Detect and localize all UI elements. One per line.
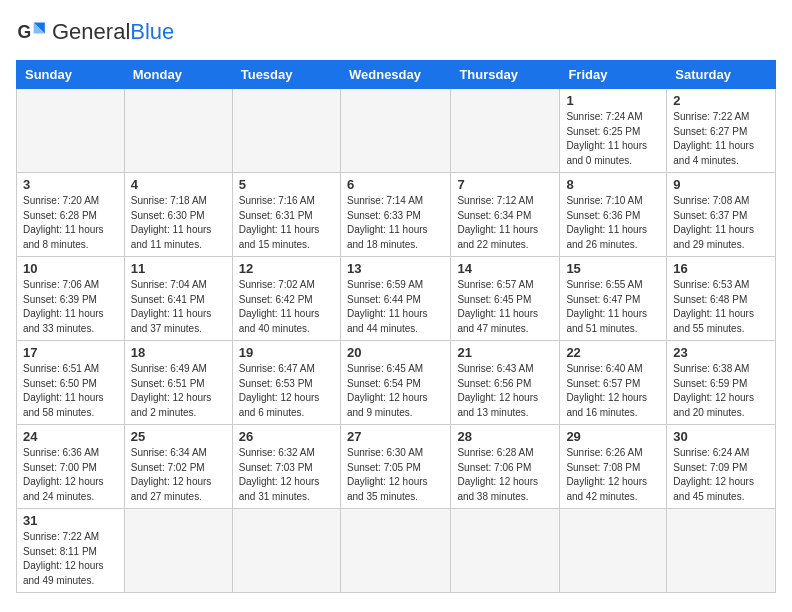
day-info: Sunrise: 6:40 AM Sunset: 6:57 PM Dayligh… xyxy=(566,362,660,420)
day-number: 13 xyxy=(347,261,444,276)
day-cell: 2Sunrise: 7:22 AM Sunset: 6:27 PM Daylig… xyxy=(667,89,776,173)
day-info: Sunrise: 6:59 AM Sunset: 6:44 PM Dayligh… xyxy=(347,278,444,336)
day-info: Sunrise: 7:22 AM Sunset: 8:11 PM Dayligh… xyxy=(23,530,118,588)
day-number: 18 xyxy=(131,345,226,360)
day-number: 26 xyxy=(239,429,334,444)
day-cell: 11Sunrise: 7:04 AM Sunset: 6:41 PM Dayli… xyxy=(124,257,232,341)
day-number: 27 xyxy=(347,429,444,444)
day-cell: 29Sunrise: 6:26 AM Sunset: 7:08 PM Dayli… xyxy=(560,425,667,509)
day-cell: 18Sunrise: 6:49 AM Sunset: 6:51 PM Dayli… xyxy=(124,341,232,425)
day-cell: 6Sunrise: 7:14 AM Sunset: 6:33 PM Daylig… xyxy=(340,173,450,257)
logo: G GeneralBlue xyxy=(16,16,174,48)
day-info: Sunrise: 6:38 AM Sunset: 6:59 PM Dayligh… xyxy=(673,362,769,420)
day-number: 15 xyxy=(566,261,660,276)
day-number: 19 xyxy=(239,345,334,360)
day-number: 12 xyxy=(239,261,334,276)
col-header-tuesday: Tuesday xyxy=(232,61,340,89)
day-cell: 17Sunrise: 6:51 AM Sunset: 6:50 PM Dayli… xyxy=(17,341,125,425)
day-cell xyxy=(667,509,776,593)
day-info: Sunrise: 7:10 AM Sunset: 6:36 PM Dayligh… xyxy=(566,194,660,252)
col-header-wednesday: Wednesday xyxy=(340,61,450,89)
header: G GeneralBlue xyxy=(16,16,776,48)
day-info: Sunrise: 6:45 AM Sunset: 6:54 PM Dayligh… xyxy=(347,362,444,420)
day-number: 21 xyxy=(457,345,553,360)
day-number: 31 xyxy=(23,513,118,528)
day-cell xyxy=(232,89,340,173)
day-cell: 19Sunrise: 6:47 AM Sunset: 6:53 PM Dayli… xyxy=(232,341,340,425)
day-number: 6 xyxy=(347,177,444,192)
day-info: Sunrise: 6:26 AM Sunset: 7:08 PM Dayligh… xyxy=(566,446,660,504)
day-cell: 10Sunrise: 7:06 AM Sunset: 6:39 PM Dayli… xyxy=(17,257,125,341)
day-number: 8 xyxy=(566,177,660,192)
day-info: Sunrise: 7:04 AM Sunset: 6:41 PM Dayligh… xyxy=(131,278,226,336)
week-row-2: 3Sunrise: 7:20 AM Sunset: 6:28 PM Daylig… xyxy=(17,173,776,257)
svg-text:G: G xyxy=(18,22,32,42)
logo-text: GeneralBlue xyxy=(52,21,174,43)
day-number: 14 xyxy=(457,261,553,276)
day-number: 28 xyxy=(457,429,553,444)
day-info: Sunrise: 6:47 AM Sunset: 6:53 PM Dayligh… xyxy=(239,362,334,420)
day-number: 25 xyxy=(131,429,226,444)
day-cell: 14Sunrise: 6:57 AM Sunset: 6:45 PM Dayli… xyxy=(451,257,560,341)
day-info: Sunrise: 6:53 AM Sunset: 6:48 PM Dayligh… xyxy=(673,278,769,336)
day-info: Sunrise: 7:12 AM Sunset: 6:34 PM Dayligh… xyxy=(457,194,553,252)
day-cell xyxy=(451,89,560,173)
week-row-6: 31Sunrise: 7:22 AM Sunset: 8:11 PM Dayli… xyxy=(17,509,776,593)
day-info: Sunrise: 6:51 AM Sunset: 6:50 PM Dayligh… xyxy=(23,362,118,420)
calendar: SundayMondayTuesdayWednesdayThursdayFrid… xyxy=(16,60,776,593)
day-number: 17 xyxy=(23,345,118,360)
col-header-monday: Monday xyxy=(124,61,232,89)
day-cell: 24Sunrise: 6:36 AM Sunset: 7:00 PM Dayli… xyxy=(17,425,125,509)
week-row-1: 1Sunrise: 7:24 AM Sunset: 6:25 PM Daylig… xyxy=(17,89,776,173)
day-info: Sunrise: 6:24 AM Sunset: 7:09 PM Dayligh… xyxy=(673,446,769,504)
day-number: 20 xyxy=(347,345,444,360)
day-cell: 20Sunrise: 6:45 AM Sunset: 6:54 PM Dayli… xyxy=(340,341,450,425)
col-header-sunday: Sunday xyxy=(17,61,125,89)
day-cell xyxy=(340,89,450,173)
calendar-header-row: SundayMondayTuesdayWednesdayThursdayFrid… xyxy=(17,61,776,89)
day-info: Sunrise: 7:02 AM Sunset: 6:42 PM Dayligh… xyxy=(239,278,334,336)
day-cell: 4Sunrise: 7:18 AM Sunset: 6:30 PM Daylig… xyxy=(124,173,232,257)
day-cell: 13Sunrise: 6:59 AM Sunset: 6:44 PM Dayli… xyxy=(340,257,450,341)
week-row-3: 10Sunrise: 7:06 AM Sunset: 6:39 PM Dayli… xyxy=(17,257,776,341)
day-cell: 26Sunrise: 6:32 AM Sunset: 7:03 PM Dayli… xyxy=(232,425,340,509)
day-cell: 30Sunrise: 6:24 AM Sunset: 7:09 PM Dayli… xyxy=(667,425,776,509)
day-number: 29 xyxy=(566,429,660,444)
day-info: Sunrise: 6:43 AM Sunset: 6:56 PM Dayligh… xyxy=(457,362,553,420)
day-info: Sunrise: 7:22 AM Sunset: 6:27 PM Dayligh… xyxy=(673,110,769,168)
day-info: Sunrise: 7:06 AM Sunset: 6:39 PM Dayligh… xyxy=(23,278,118,336)
day-cell: 31Sunrise: 7:22 AM Sunset: 8:11 PM Dayli… xyxy=(17,509,125,593)
day-cell: 5Sunrise: 7:16 AM Sunset: 6:31 PM Daylig… xyxy=(232,173,340,257)
col-header-friday: Friday xyxy=(560,61,667,89)
day-info: Sunrise: 6:49 AM Sunset: 6:51 PM Dayligh… xyxy=(131,362,226,420)
day-info: Sunrise: 6:32 AM Sunset: 7:03 PM Dayligh… xyxy=(239,446,334,504)
day-cell: 27Sunrise: 6:30 AM Sunset: 7:05 PM Dayli… xyxy=(340,425,450,509)
week-row-4: 17Sunrise: 6:51 AM Sunset: 6:50 PM Dayli… xyxy=(17,341,776,425)
day-cell: 7Sunrise: 7:12 AM Sunset: 6:34 PM Daylig… xyxy=(451,173,560,257)
day-number: 9 xyxy=(673,177,769,192)
day-number: 4 xyxy=(131,177,226,192)
day-cell xyxy=(17,89,125,173)
day-number: 23 xyxy=(673,345,769,360)
day-info: Sunrise: 6:30 AM Sunset: 7:05 PM Dayligh… xyxy=(347,446,444,504)
day-cell: 15Sunrise: 6:55 AM Sunset: 6:47 PM Dayli… xyxy=(560,257,667,341)
day-info: Sunrise: 7:24 AM Sunset: 6:25 PM Dayligh… xyxy=(566,110,660,168)
col-header-thursday: Thursday xyxy=(451,61,560,89)
day-number: 24 xyxy=(23,429,118,444)
day-cell: 21Sunrise: 6:43 AM Sunset: 6:56 PM Dayli… xyxy=(451,341,560,425)
day-cell xyxy=(124,509,232,593)
day-info: Sunrise: 7:14 AM Sunset: 6:33 PM Dayligh… xyxy=(347,194,444,252)
col-header-saturday: Saturday xyxy=(667,61,776,89)
day-cell: 23Sunrise: 6:38 AM Sunset: 6:59 PM Dayli… xyxy=(667,341,776,425)
day-info: Sunrise: 6:55 AM Sunset: 6:47 PM Dayligh… xyxy=(566,278,660,336)
day-cell: 16Sunrise: 6:53 AM Sunset: 6:48 PM Dayli… xyxy=(667,257,776,341)
day-cell xyxy=(124,89,232,173)
day-info: Sunrise: 7:16 AM Sunset: 6:31 PM Dayligh… xyxy=(239,194,334,252)
day-cell: 3Sunrise: 7:20 AM Sunset: 6:28 PM Daylig… xyxy=(17,173,125,257)
day-info: Sunrise: 6:57 AM Sunset: 6:45 PM Dayligh… xyxy=(457,278,553,336)
day-cell: 25Sunrise: 6:34 AM Sunset: 7:02 PM Dayli… xyxy=(124,425,232,509)
day-cell xyxy=(560,509,667,593)
day-cell: 28Sunrise: 6:28 AM Sunset: 7:06 PM Dayli… xyxy=(451,425,560,509)
day-cell: 8Sunrise: 7:10 AM Sunset: 6:36 PM Daylig… xyxy=(560,173,667,257)
day-cell xyxy=(340,509,450,593)
